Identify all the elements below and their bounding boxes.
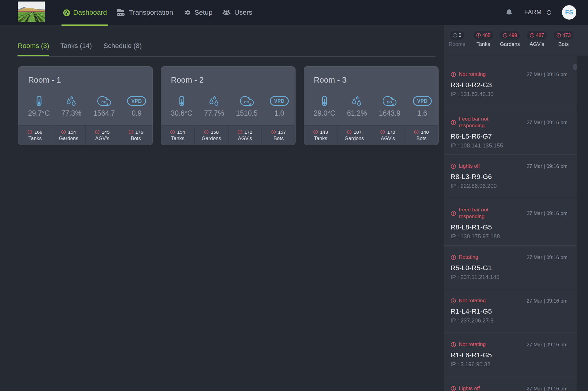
svg-text:2: 2 xyxy=(249,102,251,105)
svg-text:VPD: VPD xyxy=(274,99,285,104)
svg-text:VPD: VPD xyxy=(131,99,142,104)
svg-text:2: 2 xyxy=(392,102,394,105)
svg-text:2: 2 xyxy=(106,102,108,105)
svg-text:CO: CO xyxy=(101,100,107,104)
svg-text:VPD: VPD xyxy=(417,99,428,104)
svg-text:CO: CO xyxy=(244,100,249,104)
svg-text:CO: CO xyxy=(387,100,392,104)
